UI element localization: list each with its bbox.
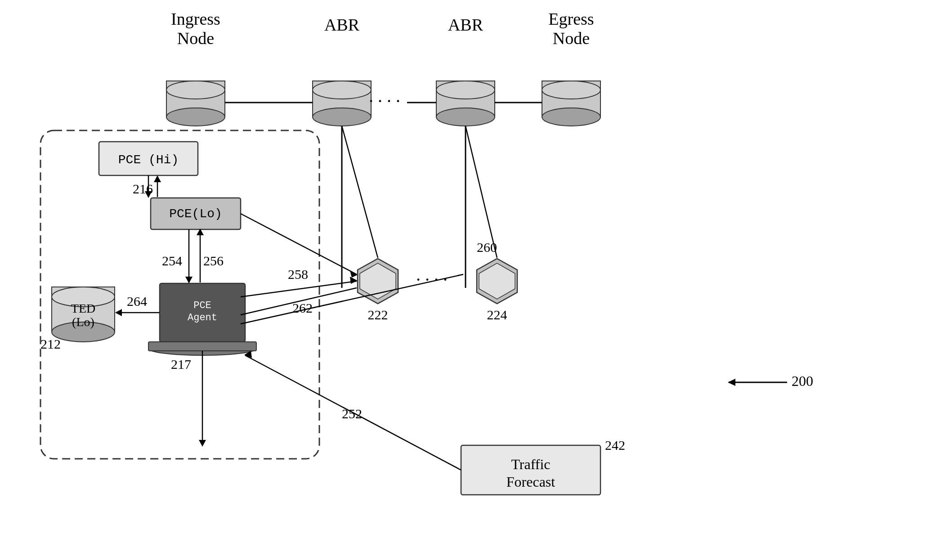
egress-node-label: Node — [553, 29, 590, 48]
svg-point-4 — [166, 81, 225, 99]
svg-point-11 — [436, 108, 495, 126]
svg-point-16 — [542, 81, 600, 99]
hex-dots: · · · · — [416, 269, 448, 290]
egress-node-icon — [542, 81, 600, 126]
svg-rect-28 — [148, 342, 256, 351]
label-222: 222 — [368, 307, 388, 322]
pce-lo-label: PCE(Lo) — [169, 207, 222, 221]
label-258: 258 — [288, 267, 308, 282]
svg-point-3 — [166, 108, 225, 126]
label-252: 252 — [342, 406, 362, 421]
pce-agent-label-line1: PCE — [193, 300, 211, 311]
ingress-node-icon — [166, 81, 225, 126]
label-254: 254 — [162, 253, 182, 268]
ted-label-line1: TED — [71, 301, 95, 315]
label-216: 216 — [133, 181, 153, 196]
svg-text:· · · ·: · · · · — [369, 91, 400, 111]
traffic-forecast-label-line1: Traffic — [511, 456, 550, 472]
pce-agent-label-line2: Agent — [188, 312, 217, 323]
abr1-label: ABR — [324, 15, 360, 34]
ingress-node-label: Node — [177, 29, 214, 48]
svg-point-7 — [313, 108, 371, 126]
label-242: 242 — [605, 438, 625, 452]
ted-label-line2: (Lo) — [72, 315, 94, 329]
diagram-svg: · · · · Ingress Node ABR ABR Egress Node… — [0, 0, 936, 560]
label-224: 224 — [487, 307, 507, 322]
label-212: 212 — [40, 336, 61, 351]
traffic-forecast-label-line2: Forecast — [506, 474, 555, 490]
svg-point-12 — [436, 81, 495, 99]
label-256: 256 — [203, 253, 224, 268]
label-217: 217 — [171, 357, 191, 372]
egress-label: Egress — [548, 9, 594, 28]
svg-point-8 — [313, 81, 371, 99]
label-200: 200 — [792, 373, 813, 389]
abr1-node-icon — [313, 81, 371, 126]
ted-lo-icon: TED (Lo) — [52, 287, 115, 342]
svg-point-15 — [542, 108, 600, 126]
pce-hi-label: PCE (Hi) — [118, 153, 179, 167]
diagram-container: · · · · Ingress Node ABR ABR Egress Node… — [0, 0, 936, 560]
ingress-label: Ingress — [171, 9, 220, 28]
label-262: 262 — [292, 300, 313, 315]
abr2-node-icon — [436, 81, 495, 126]
label-264: 264 — [127, 294, 147, 309]
abr2-label: ABR — [448, 15, 484, 34]
